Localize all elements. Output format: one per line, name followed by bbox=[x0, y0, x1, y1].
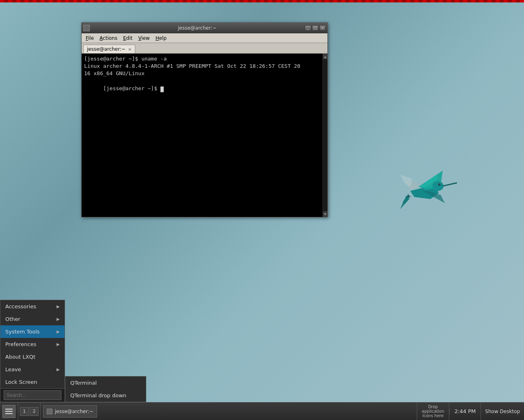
drop-zone: Drop application Icons here bbox=[417, 403, 449, 420]
terminal-menu-view[interactable]: View bbox=[136, 35, 152, 42]
menu-item-other[interactable]: Other ▶ bbox=[0, 313, 65, 325]
terminal-line-2: Linux archer 4.8.4-1-ARCH #1 SMP PREEMPT… bbox=[84, 63, 325, 70]
menu-item-system-tools[interactable]: System Tools ▶ bbox=[0, 325, 65, 338]
app-menu: Accessories ▶ Other ▶ System Tools ▶ Pre… bbox=[0, 300, 65, 402]
svg-marker-4 bbox=[400, 196, 411, 209]
terminal-window-icon bbox=[83, 25, 90, 31]
terminal-menu-help[interactable]: Help bbox=[153, 35, 169, 42]
terminal-menu-edit[interactable]: Edit bbox=[121, 35, 135, 42]
terminal-minimize-button[interactable]: _ bbox=[305, 25, 311, 31]
terminal-window: jesse@archer:~ _ □ × File Actions Edit V… bbox=[81, 22, 328, 217]
svg-marker-12 bbox=[400, 175, 412, 187]
terminal-tabs: jesse@archer:~ × bbox=[82, 43, 327, 54]
terminal-window-buttons: _ □ × bbox=[305, 25, 326, 31]
task-icon-terminal bbox=[47, 409, 52, 414]
svg-point-7 bbox=[438, 183, 441, 186]
submenu-item-qterminal[interactable]: QTerminal bbox=[65, 377, 146, 389]
svg-line-6 bbox=[443, 183, 457, 186]
terminal-close-button[interactable]: × bbox=[319, 25, 326, 31]
workspace-2-button[interactable]: 2 bbox=[30, 407, 39, 416]
hummingbird-decoration bbox=[378, 150, 467, 232]
terminal-line-1: [jesse@archer ~]$ uname -a bbox=[84, 55, 325, 63]
start-icon bbox=[5, 409, 13, 414]
search-box bbox=[0, 388, 65, 402]
menu-item-leave[interactable]: Leave ▶ bbox=[0, 363, 65, 376]
menu-item-about-lxqt[interactable]: About LXQt bbox=[0, 351, 65, 363]
terminal-menu-actions[interactable]: Actions bbox=[97, 35, 120, 42]
terminal-tab-1[interactable]: jesse@archer:~ × bbox=[83, 45, 135, 53]
taskbar-task-terminal[interactable]: jesse@archer:~ bbox=[43, 405, 97, 418]
terminal-title: jesse@archer:~ bbox=[90, 25, 305, 31]
terminal-line-4: [jesse@archer ~]$ bbox=[84, 78, 325, 100]
terminal-cursor bbox=[160, 87, 164, 92]
svg-point-5 bbox=[432, 181, 444, 191]
start-button[interactable] bbox=[2, 405, 15, 418]
svg-rect-15 bbox=[5, 413, 13, 414]
menu-item-accessories-arrow: ▶ bbox=[56, 304, 60, 309]
workspace-switcher: 1 2 bbox=[18, 403, 41, 420]
menu-item-other-arrow: ▶ bbox=[56, 317, 60, 321]
terminal-menu-file[interactable]: File bbox=[83, 35, 96, 42]
clock-time: 2:44 PM bbox=[455, 408, 476, 414]
terminal-scroll-up[interactable]: ▲ bbox=[323, 54, 327, 59]
terminal-tab-close[interactable]: × bbox=[128, 47, 132, 52]
terminal-tab-label: jesse@archer:~ bbox=[87, 46, 126, 52]
taskbar-task-label: jesse@archer:~ bbox=[55, 409, 93, 414]
menu-item-leave-arrow: ▶ bbox=[56, 367, 60, 372]
menu-item-system-tools-arrow: ▶ bbox=[56, 329, 60, 334]
submenu-item-qterminal-dropdown[interactable]: QTerminal drop down bbox=[65, 389, 146, 402]
terminal-line-3: 16 x86_64 GNU/Linux bbox=[84, 70, 325, 77]
start-menu-area bbox=[0, 403, 18, 420]
show-desktop-button[interactable]: Show Desktop bbox=[481, 403, 524, 420]
taskbar: 1 2 jesse@archer:~ Drop application Icon… bbox=[0, 402, 524, 420]
menu-item-preferences[interactable]: Preferences ▶ bbox=[0, 338, 65, 351]
terminal-scrollbar[interactable]: ▲ ▼ bbox=[323, 54, 327, 217]
terminal-scroll-down[interactable]: ▼ bbox=[323, 211, 327, 217]
menu-item-accessories[interactable]: Accessories ▶ bbox=[0, 300, 65, 313]
system-tools-submenu: QTerminal QTerminal drop down bbox=[65, 376, 146, 402]
svg-rect-14 bbox=[5, 411, 13, 412]
taskbar-clock: 2:44 PM bbox=[449, 408, 481, 414]
terminal-menubar: File Actions Edit View Help bbox=[82, 33, 327, 43]
menu-item-preferences-arrow: ▶ bbox=[56, 342, 60, 346]
terminal-maximize-button[interactable]: □ bbox=[312, 25, 318, 31]
terminal-content[interactable]: [jesse@archer ~]$ uname -a Linux archer … bbox=[82, 54, 327, 217]
svg-rect-13 bbox=[5, 409, 13, 410]
search-input[interactable] bbox=[4, 390, 61, 400]
svg-point-8 bbox=[440, 184, 440, 184]
terminal-titlebar: jesse@archer:~ _ □ × bbox=[82, 23, 327, 33]
top-border bbox=[0, 0, 524, 2]
taskbar-tasks: jesse@archer:~ bbox=[41, 405, 417, 418]
workspace-1-button[interactable]: 1 bbox=[20, 407, 29, 416]
menu-item-lock-screen[interactable]: Lock Screen bbox=[0, 376, 65, 388]
